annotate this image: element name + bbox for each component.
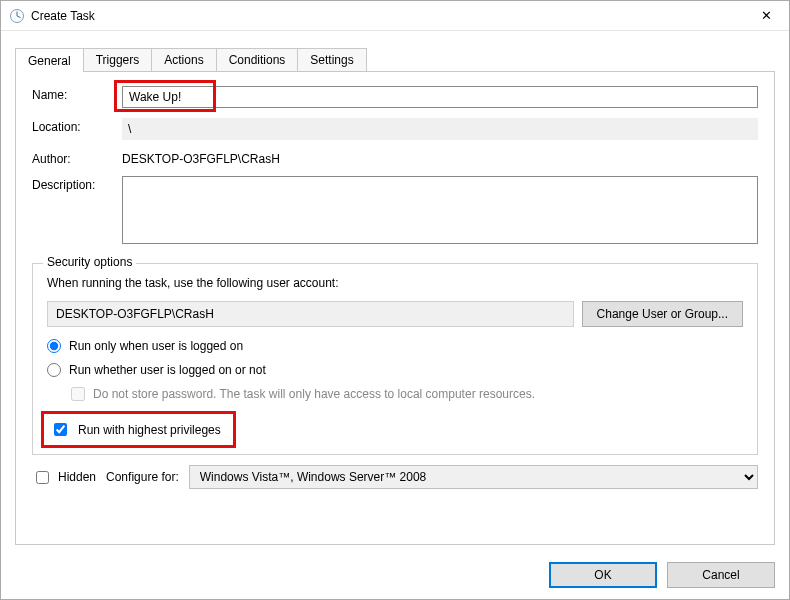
checkbox-hidden-input[interactable] <box>36 471 49 484</box>
description-input[interactable] <box>122 176 758 244</box>
tab-general[interactable]: General <box>15 48 84 72</box>
checkbox-do-not-store-input <box>71 387 85 401</box>
checkbox-hidden[interactable]: Hidden <box>32 468 96 487</box>
radio-run-whether[interactable]: Run whether user is logged on or not <box>47 363 743 377</box>
close-icon: ✕ <box>761 8 772 23</box>
content-area: General Triggers Actions Conditions Sett… <box>1 31 789 551</box>
name-label: Name: <box>32 86 122 102</box>
tab-conditions[interactable]: Conditions <box>217 48 299 71</box>
cancel-button[interactable]: Cancel <box>667 562 775 588</box>
checkbox-do-not-store-label: Do not store password. The task will onl… <box>93 387 535 401</box>
checkbox-hidden-label: Hidden <box>58 470 96 484</box>
security-user-display: DESKTOP-O3FGFLP\CRasH <box>47 301 574 327</box>
location-value: \ <box>122 118 758 140</box>
tab-strip: General Triggers Actions Conditions Sett… <box>15 45 775 71</box>
author-label: Author: <box>32 150 122 166</box>
radio-run-logged-on[interactable]: Run only when user is logged on <box>47 339 743 353</box>
tab-triggers[interactable]: Triggers <box>84 48 153 71</box>
location-label: Location: <box>32 118 122 134</box>
author-value: DESKTOP-O3FGFLP\CRasH <box>122 150 758 166</box>
clock-icon <box>9 8 25 24</box>
tab-panel-general: Name: Location: \ Author: DESKTOP-O3FGFL… <box>15 71 775 545</box>
security-options-group: Security options When running the task, … <box>32 263 758 455</box>
checkbox-highest-privileges-label: Run with highest privileges <box>78 423 221 437</box>
radio-run-whether-input[interactable] <box>47 363 61 377</box>
checkbox-highest-privileges-input[interactable] <box>54 423 67 436</box>
description-label: Description: <box>32 176 122 192</box>
security-legend: Security options <box>43 255 136 269</box>
dialog-footer: OK Cancel <box>1 551 789 599</box>
tab-actions[interactable]: Actions <box>152 48 216 71</box>
configure-for-label: Configure for: <box>106 470 179 484</box>
radio-run-logged-on-input[interactable] <box>47 339 61 353</box>
radio-run-logged-on-label: Run only when user is logged on <box>69 339 243 353</box>
window-title: Create Task <box>31 9 95 23</box>
checkbox-do-not-store: Do not store password. The task will onl… <box>71 387 743 401</box>
radio-run-whether-label: Run whether user is logged on or not <box>69 363 266 377</box>
configure-for-select[interactable]: Windows Vista™, Windows Server™ 2008 <box>189 465 758 489</box>
titlebar: Create Task ✕ <box>1 1 789 31</box>
change-user-button[interactable]: Change User or Group... <box>582 301 743 327</box>
ok-button[interactable]: OK <box>549 562 657 588</box>
checkbox-highest-privileges[interactable]: Run with highest privileges <box>41 411 236 448</box>
tab-settings[interactable]: Settings <box>298 48 366 71</box>
close-button[interactable]: ✕ <box>743 1 789 31</box>
security-prompt: When running the task, use the following… <box>47 276 743 290</box>
name-input[interactable] <box>122 86 758 108</box>
